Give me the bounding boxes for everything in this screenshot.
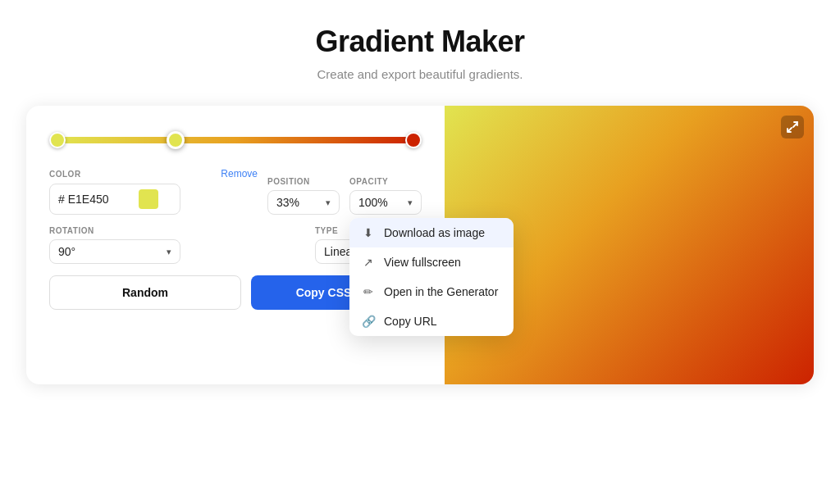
rotation-field-group: ROTATION 90° 0° 45° 135° 180° ▾ bbox=[49, 226, 305, 264]
page-subtitle: Create and export beautiful gradients. bbox=[317, 67, 523, 81]
random-button[interactable]: Random bbox=[49, 275, 241, 310]
opacity-dropdown-anchor: 100% 75% 50% 25% ▾ ⬇ Download as image bbox=[349, 190, 422, 215]
page-title: Gradient Maker bbox=[315, 25, 524, 59]
dropdown-item-copy-url[interactable]: 🔗 Copy URL bbox=[349, 306, 514, 336]
slider-track bbox=[56, 137, 415, 143]
controls-panel: COLOR Remove POSITION 33% 0% 50% 100% bbox=[26, 106, 445, 384]
dropdown-item-copy-url-label: Copy URL bbox=[384, 315, 437, 328]
position-select-wrap[interactable]: 33% 0% 50% 100% ▾ bbox=[267, 190, 340, 215]
rotation-chevron-icon: ▾ bbox=[167, 247, 171, 257]
color-input[interactable] bbox=[58, 193, 132, 206]
color-input-wrap[interactable] bbox=[49, 184, 180, 215]
opacity-field-group: OPACITY 100% 75% 50% 25% ▾ bbox=[349, 177, 422, 215]
color-position-opacity-row: COLOR Remove POSITION 33% 0% 50% 100% bbox=[49, 168, 422, 215]
opacity-label: OPACITY bbox=[349, 177, 422, 186]
rotation-select[interactable]: 90° 0° 45° 135° 180° bbox=[58, 245, 95, 258]
dropdown-item-generator[interactable]: ✏ Open in the Generator bbox=[349, 277, 514, 306]
color-swatch[interactable] bbox=[139, 189, 158, 209]
position-label: POSITION bbox=[267, 177, 340, 186]
dropdown-item-fullscreen[interactable]: ↗ View fullscreen bbox=[349, 247, 514, 277]
copy-url-icon: 🔗 bbox=[361, 315, 376, 328]
opacity-select-wrap[interactable]: 100% 75% 50% 25% ▾ bbox=[349, 190, 422, 215]
position-select[interactable]: 33% 0% 50% 100% bbox=[276, 196, 319, 209]
gradient-slider[interactable] bbox=[49, 129, 422, 152]
remove-button[interactable]: Remove bbox=[221, 168, 258, 179]
rotation-select-wrap[interactable]: 90° 0° 45° 135° 180° ▾ bbox=[49, 239, 180, 264]
dropdown-item-download[interactable]: ⬇ Download as image bbox=[349, 218, 514, 247]
expand-icon[interactable] bbox=[781, 116, 804, 138]
generator-icon: ✏ bbox=[361, 285, 376, 298]
download-icon: ⬇ bbox=[361, 226, 376, 239]
fullscreen-icon: ↗ bbox=[361, 256, 376, 269]
slider-thumb-left[interactable] bbox=[49, 132, 66, 148]
position-field-group: POSITION 33% 0% 50% 100% ▾ bbox=[267, 177, 340, 215]
color-label-row: COLOR Remove bbox=[49, 168, 258, 179]
slider-thumb-mid[interactable] bbox=[167, 131, 185, 149]
dropdown-menu: ⬇ Download as image ↗ View fullscreen ✏ … bbox=[349, 218, 514, 336]
slider-thumb-right[interactable] bbox=[405, 132, 422, 148]
color-field-group: COLOR Remove bbox=[49, 168, 258, 215]
color-label: COLOR bbox=[49, 170, 81, 179]
main-card: COLOR Remove POSITION 33% 0% 50% 100% bbox=[26, 106, 814, 384]
dropdown-item-download-label: Download as image bbox=[384, 226, 485, 239]
dropdown-item-generator-label: Open in the Generator bbox=[384, 285, 498, 298]
dropdown-item-fullscreen-label: View fullscreen bbox=[384, 256, 461, 269]
rotation-label: ROTATION bbox=[49, 226, 305, 235]
opacity-select[interactable]: 100% 75% 50% 25% bbox=[358, 196, 401, 209]
position-chevron-icon: ▾ bbox=[326, 198, 331, 208]
opacity-chevron-icon: ▾ bbox=[408, 198, 413, 208]
